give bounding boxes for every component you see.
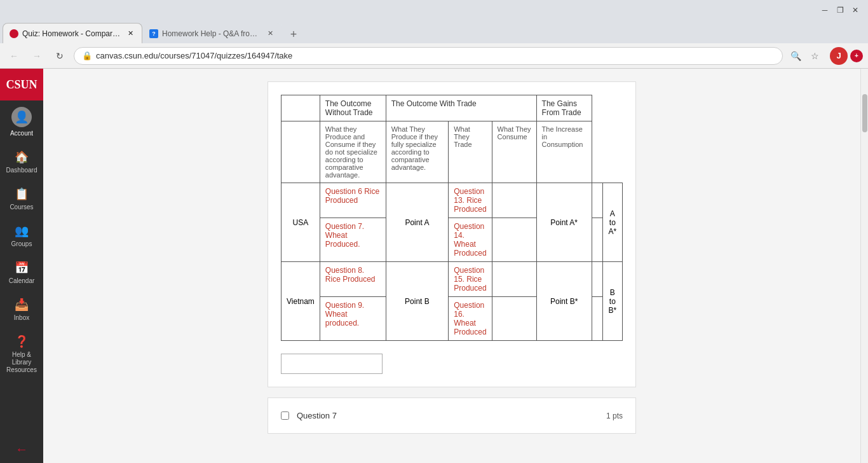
tab-bar: Quiz: Homework - Comparative... ✕ ? Home… [0, 20, 868, 43]
bookmark-icon-btn[interactable]: ☆ [807, 48, 822, 64]
forward-button[interactable]: → [28, 47, 46, 65]
vietnam-gains: B to B* [602, 262, 622, 341]
page-content: The Outcome Without Trade The Outcome Wi… [268, 81, 636, 450]
vietnam-q16-link[interactable]: Question 16. Wheat Produced [454, 301, 486, 336]
vietnam-consume-bottom [592, 297, 602, 341]
scrollbar-thumb[interactable] [862, 94, 867, 132]
profile-button[interactable]: J [830, 47, 848, 65]
country-vietnam: Vietnam [281, 262, 320, 341]
usa-trade-cell-top [492, 183, 536, 218]
page-area: The Outcome Without Trade The Outcome Wi… [43, 69, 860, 463]
vietnam-q15-link[interactable]: Question 15. Rice Produced [454, 266, 486, 293]
sidebar-item-account[interactable]: 👤 Account [0, 100, 43, 144]
subheader-empty [281, 121, 320, 183]
usa-q14: Question 14. Wheat Produced [449, 218, 492, 262]
subheader-produce-specialize: What They Produce if they fully speciali… [386, 121, 449, 183]
title-bar: ─ ❐ ✕ [0, 0, 868, 20]
tab-quiz[interactable]: Quiz: Homework - Comparative... ✕ [3, 23, 142, 43]
address-bar[interactable]: 🔒 canvas.csun.edu/courses/71047/quizzes/… [74, 47, 783, 65]
vietnam-q9: Question 9. Wheat produced. [320, 297, 386, 341]
quiz-table: The Outcome Without Trade The Outcome Wi… [281, 95, 623, 341]
account-avatar: 👤 [11, 107, 32, 127]
help-icon: ❓ [15, 335, 29, 349]
usa-q7-link[interactable]: Question 7. Wheat Produced. [325, 222, 364, 249]
question-preview: Question 7 1 pts [268, 397, 636, 434]
vietnam-consume-top [592, 262, 602, 297]
subheader-increase-consumption: The Increase in Consumption [536, 121, 592, 183]
sidebar-back-button[interactable]: ← [0, 436, 43, 463]
close-button[interactable]: ✕ [850, 5, 860, 15]
refresh-button[interactable]: ↻ [51, 47, 69, 65]
question-points: 1 pts [606, 411, 623, 420]
usa-q13: Question 13. Rice Produced [449, 183, 492, 218]
usa-point-a-star: Point A* [536, 183, 592, 262]
dashboard-icon: 🏠 [15, 150, 29, 164]
extensions-area: J + [830, 47, 863, 65]
tab-favicon-quiz [10, 29, 18, 38]
vietnam-q9-link[interactable]: Question 9. Wheat produced. [325, 301, 364, 328]
subheader-what-they-trade: What They Trade [449, 121, 492, 183]
sidebar-item-groups[interactable]: 👥 Groups [0, 218, 43, 254]
sidebar-label-help: Help & Library Resources [0, 351, 43, 374]
header-empty [281, 95, 320, 121]
scrollbar[interactable] [860, 69, 868, 463]
sidebar-item-inbox[interactable]: 📥 Inbox [0, 291, 43, 328]
usa-q7: Question 7. Wheat Produced. [320, 218, 386, 262]
address-icons: 🔍 ☆ [788, 48, 822, 64]
usa-q6-link[interactable]: Question 6 Rice Produced [325, 187, 379, 205]
search-icon-btn[interactable]: 🔍 [788, 48, 803, 64]
answer-section [281, 347, 623, 374]
sidebar-label-groups: Groups [11, 240, 32, 248]
usa-consume-bottom [592, 218, 602, 262]
vietnam-q8: Question 8. Rice Produced [320, 262, 386, 297]
sidebar-item-dashboard[interactable]: 🏠 Dashboard [0, 144, 43, 181]
window-controls[interactable]: ─ ❐ ✕ [820, 5, 860, 15]
sidebar-item-help[interactable]: ❓ Help & Library Resources [0, 328, 43, 380]
vietnam-q15: Question 15. Rice Produced [449, 262, 492, 297]
vietnam-trade-top [492, 262, 536, 297]
answer-input[interactable] [281, 354, 383, 374]
vietnam-q8-link[interactable]: Question 8. Rice Produced [325, 266, 376, 284]
sidebar-label-courses: Courses [10, 204, 33, 211]
quiz-container: The Outcome Without Trade The Outcome Wi… [268, 81, 636, 387]
tab-title-quiz: Quiz: Homework - Comparative... [22, 29, 121, 38]
new-tab-button[interactable]: + [285, 25, 302, 43]
minimize-button[interactable]: ─ [820, 5, 830, 15]
header-outcome-with-trade: The Outcome With Trade [386, 95, 536, 121]
vietnam-point-b-label: Point B [386, 262, 449, 341]
header-gains-from-trade: The Gains From Trade [536, 95, 592, 121]
vietnam-trade-bottom [492, 297, 536, 341]
usa-trade-cell-bottom [492, 218, 536, 262]
sidebar-label-inbox: Inbox [14, 314, 29, 322]
usa-q13-link[interactable]: Question 13. Rice Produced [454, 187, 486, 214]
address-bar-row: ← → ↻ 🔒 canvas.csun.edu/courses/71047/qu… [0, 43, 868, 69]
extension-icon[interactable]: + [850, 50, 863, 62]
sidebar-logo: CSUN [0, 69, 43, 100]
tab-close-homework[interactable]: ✕ [265, 29, 275, 39]
tab-favicon-homework: ? [149, 29, 158, 38]
vietnam-q16: Question 16. Wheat Produced [449, 297, 492, 341]
question-checkbox[interactable] [281, 411, 289, 420]
usa-point-a-label: Point A [386, 183, 449, 262]
sidebar-item-calendar[interactable]: 📅 Calendar [0, 254, 43, 291]
subheader-what-they-consume: What They Consume [492, 121, 536, 183]
usa-q14-link[interactable]: Question 14. Wheat Produced [454, 222, 486, 258]
tab-title-homework: Homework Help - Q&A from On... [162, 29, 261, 38]
logo-text: CSUN [6, 78, 37, 92]
tab-homework[interactable]: ? Homework Help - Q&A from On... ✕ [142, 23, 282, 43]
maximize-button[interactable]: ❐ [835, 5, 845, 15]
sidebar-label-account: Account [10, 130, 33, 137]
sidebar-label-dashboard: Dashboard [6, 167, 37, 174]
subheader-produce-consume: What they Produce and Consume if they do… [320, 121, 386, 183]
tab-close-quiz[interactable]: ✕ [125, 29, 135, 39]
vietnam-point-b-star: Point B* [536, 262, 592, 341]
back-arrow-icon: ← [15, 442, 28, 457]
usa-consume-top [592, 183, 602, 218]
back-button[interactable]: ← [5, 47, 23, 65]
calendar-icon: 📅 [15, 261, 29, 275]
lock-icon: 🔒 [82, 51, 92, 60]
sidebar: CSUN 👤 Account 🏠 Dashboard 📋 Courses 👥 G… [0, 69, 43, 463]
inbox-icon: 📥 [15, 298, 29, 312]
sidebar-item-courses[interactable]: 📋 Courses [0, 181, 43, 218]
address-text: canvas.csun.edu/courses/71047/quizzes/16… [96, 51, 775, 60]
